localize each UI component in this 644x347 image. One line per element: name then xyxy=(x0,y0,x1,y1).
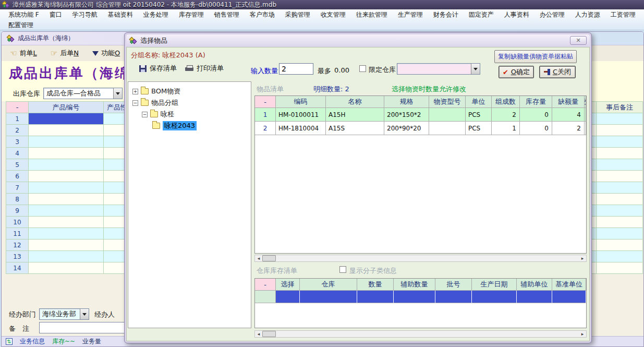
refresh-icon[interactable]: ⇅ xyxy=(6,338,13,345)
scroll-thumb[interactable] xyxy=(262,255,276,261)
menu-bar: 系统功能 F 窗口 学习导航 基础资料 业务处理 库存管理 销售管理 客户市场 … xyxy=(0,9,644,30)
menu-item-hr[interactable]: 人力资源 xyxy=(570,9,605,20)
scroll-right-icon[interactable]: ▸ xyxy=(579,331,586,337)
menu-item-payroll[interactable]: 工资管理 xyxy=(605,9,641,20)
app-logo-icon xyxy=(2,1,10,8)
print-list-button[interactable]: 打印清单 xyxy=(185,64,224,73)
max-label: 最多 xyxy=(318,66,331,76)
menu-item-sales[interactable]: 销售管理 xyxy=(209,9,245,20)
warehouse-label: 出库仓库 xyxy=(13,89,40,99)
col-after-note-header: 事后备注 xyxy=(597,101,643,113)
menu-row-2: 配置管理 xyxy=(0,20,644,30)
menu-item-business[interactable]: 业务处理 xyxy=(138,9,174,20)
scroll-left-icon[interactable]: ◂ xyxy=(255,331,262,337)
menu-item-config[interactable]: 配置管理 xyxy=(3,20,39,30)
dialog-logo-icon xyxy=(129,37,137,44)
stock-empty-selected-row[interactable] xyxy=(255,291,586,303)
stock-list-label: 仓库库存清单 xyxy=(257,266,297,276)
combo-arrow-icon[interactable] xyxy=(471,64,480,74)
hand-right-icon: ☞ xyxy=(51,50,57,57)
qty-editable-hint: 选择物资时数量允许修改 xyxy=(392,85,466,94)
down-arrow-icon xyxy=(92,51,99,56)
menu-item-hr-files[interactable]: 人事资料 xyxy=(499,9,534,20)
menu-item-base-data[interactable]: 基础资料 xyxy=(103,9,138,20)
expand-minus-icon[interactable]: − xyxy=(132,100,138,106)
save-list-button[interactable]: 保存清单 xyxy=(139,64,177,73)
max-value: 0.00 xyxy=(334,66,349,74)
window-logo-icon xyxy=(7,35,15,42)
scroll-right-icon[interactable]: ▸ xyxy=(579,255,586,261)
items-info-row: 物品清单 明细数量: 2 选择物资时数量允许修改 xyxy=(254,83,587,94)
dept-select[interactable]: 海绵业务部 xyxy=(39,308,89,320)
menu-item-purchase[interactable]: 采购管理 xyxy=(280,9,315,20)
agent-label: 经办人 xyxy=(94,310,115,319)
menu-item-inventory[interactable]: 库存管理 xyxy=(174,9,209,20)
floppy-disk-icon xyxy=(139,65,147,72)
printer-icon xyxy=(185,65,193,72)
menu-item-income[interactable]: 收支管理 xyxy=(315,9,351,20)
hand-left-icon: ☜ xyxy=(10,50,17,57)
show-subclass-checkbox[interactable] xyxy=(339,266,346,273)
limit-warehouse-checkbox[interactable] xyxy=(359,65,366,72)
menu-item-production[interactable]: 生产管理 xyxy=(393,9,428,20)
menu-row-1: 系统功能 F 窗口 学习导航 基础资料 业务处理 库存管理 销售管理 客户市场 … xyxy=(0,9,644,20)
note-input[interactable] xyxy=(39,322,125,333)
tree-node-yongcheng[interactable]: − 咏柽 xyxy=(142,109,174,119)
stock-info-row: 仓库库存清单 显示分子类信息 xyxy=(254,264,587,277)
dept-label: 经办部门 xyxy=(9,310,36,319)
expand-minus-icon[interactable]: − xyxy=(142,112,148,117)
status-business-volume: 业务量 xyxy=(82,337,101,346)
next-record-button[interactable]: ☞ 后单N xyxy=(51,49,79,58)
menu-item-system[interactable]: 系统功能 F xyxy=(3,9,44,20)
items-row-1[interactable]: 1 HM-0100011 A15H 200*150*2 PCS 2 0 4 xyxy=(255,108,586,122)
tree-selected-label[interactable]: 咏柽2043 xyxy=(163,121,197,130)
scroll-left-icon[interactable]: ◂ xyxy=(255,255,262,261)
items-grid-header: - 编码 名称 规格 物资型号 单位 组成数 库存量 缺额量 数 xyxy=(255,96,586,108)
folder-icon xyxy=(141,100,149,106)
close-button[interactable]: C关闭 xyxy=(539,66,576,78)
items-row-2[interactable]: 2 HM-1810004 A15S 200*90*20 PCS 1 0 2 xyxy=(255,122,586,135)
copy-shortage-button[interactable]: 复制缺额量供物资单据粘贴 xyxy=(494,50,577,63)
menu-item-customer[interactable]: 客户市场 xyxy=(245,9,280,20)
note-label: 备 注 xyxy=(9,324,29,333)
os-titlebar: 漳州盛雅莱海绵制品有限公司 综合管理 oit 20150402 - 本地服务-d… xyxy=(0,0,644,9)
menu-item-office[interactable]: 办公管理 xyxy=(534,9,570,20)
menu-item-learn-nav[interactable]: 学习导航 xyxy=(67,9,103,20)
tree-node-groups[interactable]: − 物品分组 xyxy=(132,98,178,108)
dialog-title: 选择物品 xyxy=(140,36,167,45)
status-inventory: 库存~~ xyxy=(52,337,75,346)
col-index-header: - xyxy=(6,101,29,113)
dialog-close-button[interactable]: ✕ xyxy=(570,36,587,45)
ok-button[interactable]: ✔ O确定 xyxy=(499,66,534,78)
stock-horizontal-scrollbar[interactable]: ◂ ▸ xyxy=(254,330,587,338)
folder-icon xyxy=(150,111,158,117)
status-business-info[interactable]: 业务信息 xyxy=(20,337,45,346)
tree-node-yongcheng2043[interactable]: 咏柽2043 xyxy=(152,121,197,131)
prev-record-button[interactable]: ☜ 前单L xyxy=(10,49,37,58)
qty-input[interactable] xyxy=(279,63,313,75)
combo-arrow-icon[interactable] xyxy=(113,88,122,99)
select-goods-dialog: 选择物品 ✕ 分组名称: 咏柽2043 (A) 保存清单 打印清单 输入数量 最… xyxy=(124,32,592,343)
qty-input-label: 输入数量 xyxy=(251,66,278,76)
folder-icon xyxy=(141,88,149,94)
col-product-no-header: 产品编号 xyxy=(29,101,104,113)
limit-warehouse-select[interactable] xyxy=(397,63,480,75)
limit-warehouse-label: 限定仓库 xyxy=(369,65,396,75)
menu-item-accounts[interactable]: 往来款管理 xyxy=(351,9,393,20)
open-folder-icon xyxy=(152,123,160,129)
functions-button[interactable]: 功能O xyxy=(92,49,120,58)
scroll-thumb[interactable] xyxy=(262,331,276,337)
combo-arrow-icon[interactable] xyxy=(80,309,89,319)
tree-node-bom[interactable]: + BOM物资 xyxy=(132,86,180,97)
items-horizontal-scrollbar[interactable]: ◂ ▸ xyxy=(254,255,587,262)
menu-item-window[interactable]: 窗口 xyxy=(44,9,67,20)
items-grid: - 编码 名称 规格 物资型号 单位 组成数 库存量 缺额量 数 1 HM-01… xyxy=(254,95,587,254)
warehouse-select[interactable]: 成品仓库—合格品 xyxy=(43,88,123,99)
menu-item-attendance[interactable]: 考勤管理 xyxy=(641,9,644,20)
menu-item-finance[interactable]: 财务会计 xyxy=(428,9,464,20)
dialog-titlebar: 选择物品 ✕ xyxy=(126,34,590,47)
selected-cell[interactable] xyxy=(29,113,104,125)
col-sliver-header xyxy=(591,101,597,113)
menu-item-fixed-assets[interactable]: 固定资产 xyxy=(464,9,499,20)
expand-plus-icon[interactable]: + xyxy=(132,89,138,94)
